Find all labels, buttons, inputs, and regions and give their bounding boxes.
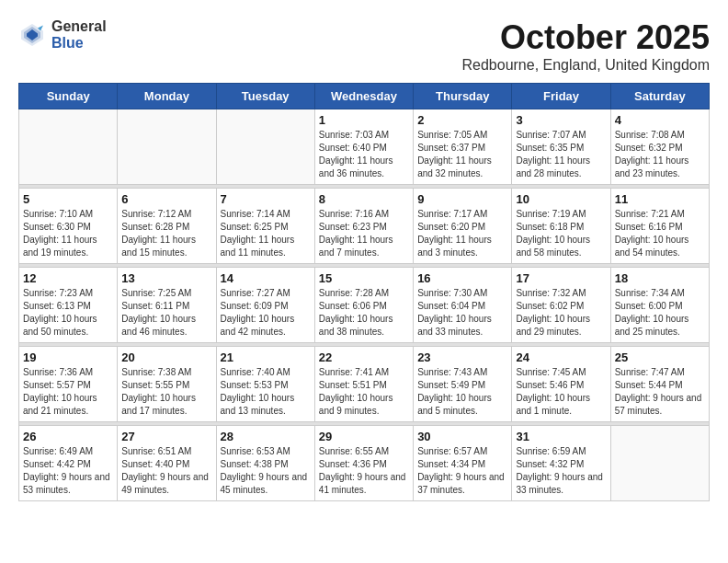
day-cell: 18Sunrise: 7:34 AM Sunset: 6:00 PM Dayli… bbox=[610, 268, 709, 343]
logo-blue-text: Blue bbox=[51, 35, 107, 52]
day-header-saturday: Saturday bbox=[610, 84, 709, 109]
day-number: 13 bbox=[121, 271, 211, 285]
day-cell: 9Sunrise: 7:17 AM Sunset: 6:20 PM Daylig… bbox=[414, 189, 512, 264]
title-section: October 2025 Redbourne, England, United … bbox=[461, 18, 710, 74]
day-cell: 17Sunrise: 7:32 AM Sunset: 6:02 PM Dayli… bbox=[512, 268, 610, 343]
day-number: 21 bbox=[221, 350, 311, 364]
day-info: Sunrise: 7:07 AM Sunset: 6:35 PM Dayligh… bbox=[516, 129, 606, 180]
logo: General Blue bbox=[18, 18, 107, 51]
day-cell: 13Sunrise: 7:25 AM Sunset: 6:11 PM Dayli… bbox=[118, 268, 216, 343]
day-number: 3 bbox=[516, 113, 606, 127]
day-cell: 23Sunrise: 7:43 AM Sunset: 5:49 PM Dayli… bbox=[414, 347, 512, 422]
day-cell: 16Sunrise: 7:30 AM Sunset: 6:04 PM Dayli… bbox=[414, 268, 512, 343]
day-number: 18 bbox=[615, 271, 705, 285]
day-info: Sunrise: 7:32 AM Sunset: 6:02 PM Dayligh… bbox=[516, 287, 606, 339]
day-cell: 11Sunrise: 7:21 AM Sunset: 6:16 PM Dayli… bbox=[610, 189, 709, 264]
day-number: 26 bbox=[23, 430, 113, 443]
day-cell: 21Sunrise: 7:40 AM Sunset: 5:53 PM Dayli… bbox=[216, 347, 314, 422]
day-number: 31 bbox=[516, 430, 606, 443]
day-info: Sunrise: 6:59 AM Sunset: 4:32 PM Dayligh… bbox=[516, 445, 606, 497]
day-cell: 20Sunrise: 7:38 AM Sunset: 5:55 PM Dayli… bbox=[118, 347, 216, 422]
day-cell: 30Sunrise: 6:57 AM Sunset: 4:34 PM Dayli… bbox=[414, 426, 512, 501]
day-cell: 14Sunrise: 7:27 AM Sunset: 6:09 PM Dayli… bbox=[216, 268, 314, 343]
day-cell bbox=[19, 109, 118, 185]
month-title: October 2025 bbox=[461, 18, 710, 57]
day-cell: 27Sunrise: 6:51 AM Sunset: 4:40 PM Dayli… bbox=[118, 426, 216, 501]
day-info: Sunrise: 7:30 AM Sunset: 6:04 PM Dayligh… bbox=[417, 287, 507, 339]
day-info: Sunrise: 7:19 AM Sunset: 6:18 PM Dayligh… bbox=[516, 208, 606, 259]
calendar: SundayMondayTuesdayWednesdayThursdayFrid… bbox=[18, 83, 710, 501]
day-number: 22 bbox=[319, 350, 409, 364]
day-cell: 15Sunrise: 7:28 AM Sunset: 6:06 PM Dayli… bbox=[314, 268, 413, 343]
logo-general-text: General bbox=[51, 18, 107, 35]
day-number: 2 bbox=[417, 113, 507, 127]
day-number: 16 bbox=[417, 271, 507, 285]
day-cell: 12Sunrise: 7:23 AM Sunset: 6:13 PM Dayli… bbox=[19, 268, 118, 343]
day-cell: 7Sunrise: 7:14 AM Sunset: 6:25 PM Daylig… bbox=[216, 189, 314, 264]
day-cell: 29Sunrise: 6:55 AM Sunset: 4:36 PM Dayli… bbox=[314, 426, 413, 501]
day-number: 17 bbox=[516, 271, 606, 285]
location: Redbourne, England, United Kingdom bbox=[461, 57, 710, 74]
day-info: Sunrise: 7:12 AM Sunset: 6:28 PM Dayligh… bbox=[121, 208, 211, 259]
week-row-4: 19Sunrise: 7:36 AM Sunset: 5:57 PM Dayli… bbox=[19, 347, 710, 422]
day-cell: 22Sunrise: 7:41 AM Sunset: 5:51 PM Dayli… bbox=[314, 347, 413, 422]
day-number: 9 bbox=[417, 192, 507, 206]
day-header-monday: Monday bbox=[118, 84, 216, 109]
day-info: Sunrise: 7:21 AM Sunset: 6:16 PM Dayligh… bbox=[615, 208, 705, 259]
day-number: 10 bbox=[516, 192, 606, 206]
day-info: Sunrise: 6:51 AM Sunset: 4:40 PM Dayligh… bbox=[121, 445, 211, 497]
day-cell: 31Sunrise: 6:59 AM Sunset: 4:32 PM Dayli… bbox=[512, 426, 610, 501]
day-number: 19 bbox=[23, 350, 113, 364]
day-cell: 8Sunrise: 7:16 AM Sunset: 6:23 PM Daylig… bbox=[314, 189, 413, 264]
header: General Blue October 2025 Redbourne, Eng… bbox=[18, 18, 710, 74]
day-number: 7 bbox=[221, 192, 311, 206]
day-cell bbox=[216, 109, 314, 185]
day-info: Sunrise: 7:27 AM Sunset: 6:09 PM Dayligh… bbox=[221, 287, 311, 339]
day-info: Sunrise: 6:49 AM Sunset: 4:42 PM Dayligh… bbox=[23, 445, 113, 497]
day-number: 20 bbox=[121, 350, 211, 364]
day-number: 1 bbox=[319, 113, 409, 127]
week-row-3: 12Sunrise: 7:23 AM Sunset: 6:13 PM Dayli… bbox=[19, 268, 710, 343]
day-number: 14 bbox=[221, 271, 311, 285]
day-cell bbox=[610, 426, 709, 501]
day-number: 11 bbox=[615, 192, 705, 206]
day-cell: 24Sunrise: 7:45 AM Sunset: 5:46 PM Dayli… bbox=[512, 347, 610, 422]
week-row-1: 1Sunrise: 7:03 AM Sunset: 6:40 PM Daylig… bbox=[19, 109, 710, 185]
day-number: 6 bbox=[121, 192, 211, 206]
day-info: Sunrise: 7:36 AM Sunset: 5:57 PM Dayligh… bbox=[23, 366, 113, 418]
day-number: 8 bbox=[319, 192, 409, 206]
day-info: Sunrise: 7:14 AM Sunset: 6:25 PM Dayligh… bbox=[221, 208, 311, 259]
day-number: 23 bbox=[417, 350, 507, 364]
day-cell: 2Sunrise: 7:05 AM Sunset: 6:37 PM Daylig… bbox=[414, 109, 512, 185]
day-info: Sunrise: 7:43 AM Sunset: 5:49 PM Dayligh… bbox=[417, 366, 507, 418]
day-info: Sunrise: 7:34 AM Sunset: 6:00 PM Dayligh… bbox=[615, 287, 705, 339]
day-info: Sunrise: 7:23 AM Sunset: 6:13 PM Dayligh… bbox=[23, 287, 113, 339]
day-cell: 1Sunrise: 7:03 AM Sunset: 6:40 PM Daylig… bbox=[314, 109, 413, 185]
day-header-friday: Friday bbox=[512, 84, 610, 109]
day-number: 29 bbox=[319, 430, 409, 443]
day-info: Sunrise: 7:10 AM Sunset: 6:30 PM Dayligh… bbox=[23, 208, 113, 259]
day-info: Sunrise: 7:17 AM Sunset: 6:20 PM Dayligh… bbox=[417, 208, 507, 259]
day-info: Sunrise: 6:57 AM Sunset: 4:34 PM Dayligh… bbox=[417, 445, 507, 497]
days-header-row: SundayMondayTuesdayWednesdayThursdayFrid… bbox=[19, 84, 710, 109]
day-info: Sunrise: 7:25 AM Sunset: 6:11 PM Dayligh… bbox=[121, 287, 211, 339]
day-number: 24 bbox=[516, 350, 606, 364]
day-cell: 4Sunrise: 7:08 AM Sunset: 6:32 PM Daylig… bbox=[610, 109, 709, 185]
day-cell bbox=[118, 109, 216, 185]
day-info: Sunrise: 6:55 AM Sunset: 4:36 PM Dayligh… bbox=[319, 445, 409, 497]
day-header-thursday: Thursday bbox=[414, 84, 512, 109]
day-cell: 10Sunrise: 7:19 AM Sunset: 6:18 PM Dayli… bbox=[512, 189, 610, 264]
day-cell: 25Sunrise: 7:47 AM Sunset: 5:44 PM Dayli… bbox=[610, 347, 709, 422]
logo-icon bbox=[18, 21, 46, 49]
day-cell: 6Sunrise: 7:12 AM Sunset: 6:28 PM Daylig… bbox=[118, 189, 216, 264]
day-number: 4 bbox=[615, 113, 705, 127]
day-header-sunday: Sunday bbox=[19, 84, 118, 109]
day-info: Sunrise: 6:53 AM Sunset: 4:38 PM Dayligh… bbox=[221, 445, 311, 497]
day-cell: 19Sunrise: 7:36 AM Sunset: 5:57 PM Dayli… bbox=[19, 347, 118, 422]
week-row-5: 26Sunrise: 6:49 AM Sunset: 4:42 PM Dayli… bbox=[19, 426, 710, 501]
day-info: Sunrise: 7:47 AM Sunset: 5:44 PM Dayligh… bbox=[615, 366, 705, 418]
day-number: 28 bbox=[221, 430, 311, 443]
day-cell: 3Sunrise: 7:07 AM Sunset: 6:35 PM Daylig… bbox=[512, 109, 610, 185]
day-info: Sunrise: 7:38 AM Sunset: 5:55 PM Dayligh… bbox=[121, 366, 211, 418]
day-number: 12 bbox=[23, 271, 113, 285]
